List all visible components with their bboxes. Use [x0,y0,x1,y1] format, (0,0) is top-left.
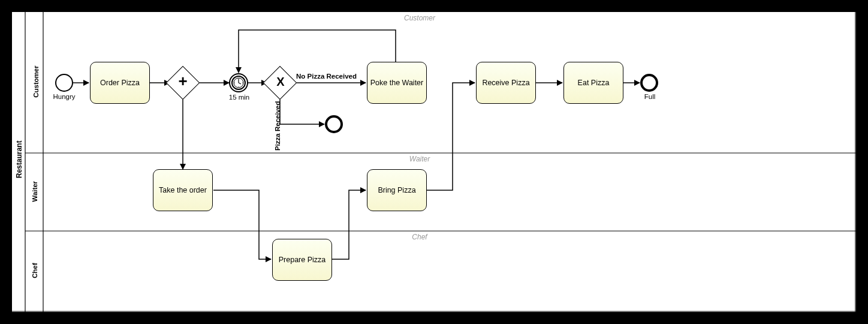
task-bring-pizza[interactable]: Bring Pizza [367,169,427,211]
clock-icon [233,77,244,88]
diagram-canvas: Restaurant Customer Waiter Chef Customer… [0,0,868,324]
task-poke-waiter[interactable]: Poke the Waiter [367,62,427,104]
task-prepare-pizza[interactable]: Prepare Pizza [272,239,332,281]
task-label: Bring Pizza [378,186,415,194]
end-event-full[interactable] [640,74,658,92]
svg-line-15 [239,83,241,84]
task-order-pizza[interactable]: Order Pizza [90,62,150,104]
flow-label-no-pizza: No Pizza Received [296,73,367,80]
end-event-received[interactable] [325,115,343,133]
whiteboard: Restaurant Customer Waiter Chef Customer… [12,12,856,312]
task-label: Receive Pizza [482,79,529,87]
task-receive-pizza[interactable]: Receive Pizza [476,62,536,104]
task-take-order[interactable]: Take the order [153,169,213,211]
start-event-label: Hungry [48,93,80,100]
flow-label-pizza-received: Pizza Received [274,97,281,151]
timer-event-label: 15 min [227,94,252,101]
task-label: Take the order [159,186,207,194]
task-eat-pizza[interactable]: Eat Pizza [563,62,623,104]
task-label: Prepare Pizza [279,256,326,264]
task-label: Order Pizza [100,79,140,87]
end-event-full-label: Full [639,93,661,100]
task-label: Poke the Waiter [370,79,423,87]
start-event-hungry[interactable] [55,74,73,92]
flows [12,12,856,312]
task-label: Eat Pizza [578,79,610,87]
